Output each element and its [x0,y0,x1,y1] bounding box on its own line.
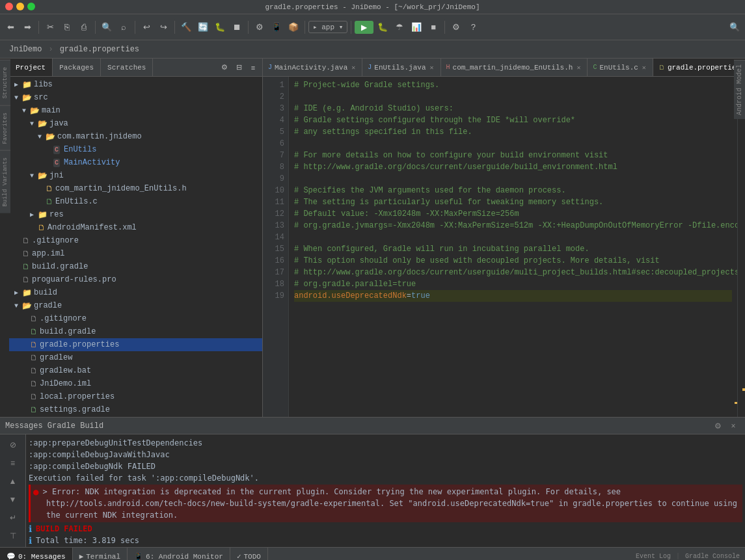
messages-content[interactable]: :app:prepareDebugUnitTestDependencies :a… [26,434,745,547]
tree-item-main[interactable]: ▼ 📂 main [9,104,262,117]
tree-item-h-file[interactable]: 🗋 com_martin_jnidemo_EnUtils.h [9,182,262,195]
tree-item-c-file[interactable]: 🗋 EnUtils.c [9,195,262,208]
folder-icon-res: 📁 [38,210,47,220]
stop-button[interactable]: ⏹ [229,20,245,35]
settings-button[interactable]: ⚙ [448,20,464,35]
bottom-tab-todo[interactable]: ✓ TODO [230,548,268,560]
redo-button[interactable]: ↪ [156,20,171,35]
tree-item-localprops[interactable]: 🗋 local.properties [9,390,262,403]
run-config-arrow: ▾ [339,23,344,31]
tab-project[interactable]: Project [9,59,53,76]
coverage-button[interactable]: ☂ [392,20,407,35]
find-in-files-button[interactable]: ⌕ [116,20,131,35]
tree-label-gradlewbat: gradlew.bat [40,366,91,375]
bottom-tab-messages[interactable]: 💬 0: Messages [0,548,73,560]
tree-item-manifest[interactable]: 🗋 AndroidManifest.xml [9,221,262,234]
help-button[interactable]: ? [465,20,481,35]
tree-item-gradle-folder[interactable]: ▼ 📂 gradle [9,299,262,312]
line-numbers: 1 2 3 4 5 6 7 8 9 10 11 12 13 14 15 16 1 [263,77,289,417]
toolbar-separator-7 [351,21,351,34]
profile-button[interactable]: 📊 [409,20,424,35]
tree-item-res[interactable]: ▶ 📁 res [9,208,262,221]
editor-tab-h-file[interactable]: H com_martin_jnidemo_EnUtils.h ✕ [441,59,588,76]
tree-item-libs[interactable]: ▶ 📁 libs [9,78,262,91]
editor-tab-enutils[interactable]: J EnUtils.java ✕ [362,59,440,76]
tree-item-buildgradle1[interactable]: 🗋 build.gradle [9,260,262,273]
cut-button[interactable]: ✂ [42,20,58,35]
nav-item-file[interactable]: gradle.properties [56,44,143,55]
forward-button[interactable]: ➡ [20,20,35,35]
msg-collapse-btn[interactable]: ≡ [5,455,21,471]
msg-down-btn[interactable]: ▼ [5,492,21,507]
tree-item-buildgradle2[interactable]: 🗋 build.gradle [9,325,262,338]
close-tab-enutils[interactable]: ✕ [429,64,435,72]
editor-tab-c-file[interactable]: C EnUtils.c ✕ [588,59,653,76]
tree-item-jnidemoiml[interactable]: 🗋 JniDemo.iml [9,377,262,390]
sidebar-collapse-all[interactable]: ⊟ [232,61,245,74]
run-button[interactable]: ▶ [355,21,373,34]
nav-item-project[interactable]: JniDemo [5,44,46,55]
tree-item-enutils[interactable]: C EnUtils [9,143,262,156]
close-tab-c-file[interactable]: ✕ [641,64,647,72]
debug-run-button[interactable]: 🐛 [375,20,390,35]
tree-item-package[interactable]: ▼ 📂 com.martin.jnidemo [9,130,262,143]
run-config-selector[interactable]: ▸ app ▾ [308,21,347,33]
favorites-label[interactable]: Favorites [0,105,10,151]
gradle-console-btn[interactable]: Gradle Console [685,553,740,560]
gradle-sync-button[interactable]: ⚙ [252,20,267,35]
tree-arrow-src: ▼ [14,94,22,101]
tree-item-java[interactable]: ▼ 📂 java [9,117,262,130]
msg-clear-btn[interactable]: ⊘ [5,437,21,453]
structure-label[interactable]: Structure [0,60,10,105]
paste-button[interactable]: ⎙ [76,20,92,35]
tree-item-gitignore2[interactable]: 🗋 .gitignore [9,312,262,325]
bottom-tab-android-monitor[interactable]: 📱 6: Android Monitor [128,548,230,560]
stop-run-button[interactable]: ■ [426,20,441,35]
maximize-button[interactable] [27,3,35,10]
editor-tab-label-mainactivity: MainActivity.java [275,64,347,72]
messages-close-btn[interactable]: × [727,420,740,433]
tree-item-gradlew[interactable]: 🗋 gradlew [9,351,262,364]
back-button[interactable]: ⬅ [3,20,18,35]
minimize-button[interactable] [16,3,24,10]
code-editor[interactable]: 1 2 3 4 5 6 7 8 9 10 11 12 13 14 15 16 1 [263,77,745,417]
sync-button[interactable]: 🔄 [195,20,211,35]
sidebar-action-menu[interactable]: ≡ [247,61,260,74]
close-tab-h-file[interactable]: ✕ [575,64,582,72]
android-model-label[interactable]: Android Model [734,60,745,119]
find-button[interactable]: 🔍 [99,20,115,35]
global-search-button[interactable]: 🔍 [727,20,742,35]
tree-item-appiml[interactable]: 🗋 app.iml [9,247,262,260]
tree-item-gitignore1[interactable]: 🗋 .gitignore [9,234,262,247]
copy-button[interactable]: ⎘ [59,20,75,35]
tree-item-src[interactable]: ▼ 📂 src [9,91,262,104]
build-variants-label[interactable]: Build Variants [0,150,10,213]
tab-scratches[interactable]: Scratches [101,59,153,76]
editor-tab-mainactivity[interactable]: J MainActivity.java ✕ [263,59,362,76]
tree-item-settingsgradle[interactable]: 🗋 settings.gradle [9,403,262,416]
tree-item-gradleprops[interactable]: 🗋 gradle.properties [9,338,262,351]
close-tab-mainactivity[interactable]: ✕ [350,64,357,72]
editor-tab-gradleprops[interactable]: 🗋 gradle.properties ✕ [653,59,745,76]
msg-filter-btn[interactable]: ⊤ [5,528,21,544]
debug-button[interactable]: 🐛 [212,20,228,35]
build-status-bar: Event Log | Gradle Console [630,548,745,560]
tree-item-build-folder[interactable]: ▶ 📁 build [9,286,262,299]
tree-label-java: java [49,119,68,128]
tree-item-gradlewbat[interactable]: 🗋 gradlew.bat [9,364,262,377]
avd-manager-button[interactable]: 📱 [269,20,284,35]
tree-item-jni[interactable]: ▼ 📂 jni [9,169,262,182]
folder-icon-libs: 📁 [22,80,32,90]
msg-up-btn[interactable]: ▲ [5,473,21,489]
close-button[interactable] [5,3,13,10]
sdk-manager-button[interactable]: 📦 [286,20,301,35]
messages-settings-btn[interactable]: ⚙ [711,420,724,433]
msg-wrap-btn[interactable]: ↵ [5,510,21,526]
tab-packages[interactable]: Packages [53,59,101,76]
build-button[interactable]: 🔨 [178,20,194,35]
tree-item-proguard[interactable]: 🗋 proguard-rules.pro [9,273,262,286]
bottom-tab-terminal[interactable]: ▶ Terminal [73,548,128,560]
undo-button[interactable]: ↩ [139,20,154,35]
sidebar-action-gear[interactable]: ⚙ [218,61,231,74]
tree-item-mainactivity[interactable]: C MainActivity [9,156,262,169]
